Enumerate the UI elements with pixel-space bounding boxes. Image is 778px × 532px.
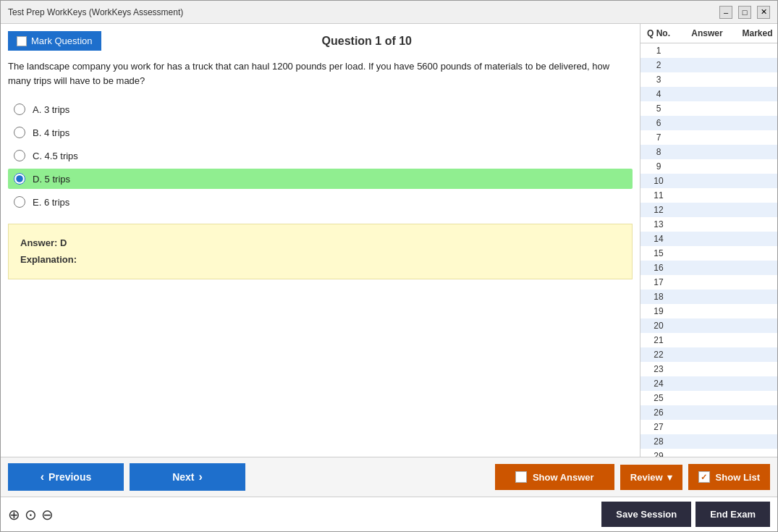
qrow-answer [677, 174, 737, 188]
maximize-button[interactable]: □ [738, 6, 751, 19]
title-bar: Test Prep WorkKeys (WorkKeys Assessment)… [1, 1, 777, 24]
option-b-radio[interactable] [14, 127, 25, 138]
qlist-row[interactable]: 27 [640, 420, 777, 434]
option-c[interactable]: C. 4.5 trips [8, 145, 633, 166]
show-list-button[interactable]: ✓ Show List [688, 464, 770, 490]
option-e-label: E. 6 trips [33, 197, 69, 208]
col-qno-header: Q No. [640, 24, 677, 43]
left-panel: Mark Question Question 1 of 10 The lands… [1, 24, 640, 457]
mark-checkbox-icon [17, 36, 27, 46]
qlist-row[interactable]: 10 [640, 174, 777, 188]
qrow-answer [677, 434, 737, 449]
qrow-number: 13 [640, 217, 677, 232]
option-c-radio[interactable] [14, 150, 25, 161]
qrow-number: 23 [640, 362, 677, 376]
qlist-row[interactable]: 5 [640, 101, 777, 116]
qlist-row[interactable]: 13 [640, 217, 777, 232]
minimize-button[interactable]: – [719, 6, 732, 19]
qlist-row[interactable]: 29 [640, 449, 777, 457]
next-button[interactable]: Next › [130, 463, 245, 491]
option-b[interactable]: B. 4 trips [8, 122, 633, 143]
qlist-row[interactable]: 9 [640, 159, 777, 174]
qrow-number: 15 [640, 246, 677, 261]
qrow-answer [677, 391, 737, 405]
qlist-row[interactable]: 6 [640, 116, 777, 130]
qrow-number: 24 [640, 376, 677, 391]
qrow-number: 10 [640, 174, 677, 188]
qrow-marked [737, 58, 777, 72]
qlist-row[interactable]: 22 [640, 347, 777, 362]
qrow-number: 20 [640, 318, 677, 333]
mark-question-button[interactable]: Mark Question [8, 31, 101, 51]
qrow-marked [737, 434, 777, 449]
window-controls: – □ ✕ [719, 6, 770, 19]
qrow-answer [677, 130, 737, 145]
qrow-marked [737, 43, 777, 58]
next-arrow-icon: › [199, 470, 203, 484]
qlist-row[interactable]: 7 [640, 130, 777, 145]
end-exam-button[interactable]: End Exam [695, 502, 770, 527]
qrow-answer [677, 101, 737, 116]
option-d-radio[interactable] [14, 173, 25, 185]
footer: ⊕ ⊙ ⊖ Save Session End Exam [1, 497, 777, 531]
qrow-answer [677, 203, 737, 217]
qlist-row[interactable]: 25 [640, 391, 777, 405]
qlist-row[interactable]: 1 [640, 43, 777, 58]
qlist-row[interactable]: 26 [640, 405, 777, 420]
qrow-number: 4 [640, 87, 677, 101]
zoom-normal-button[interactable]: ⊙ [25, 506, 37, 523]
qlist-row[interactable]: 3 [640, 72, 777, 87]
qrow-number: 26 [640, 405, 677, 420]
qlist-row[interactable]: 2 [640, 58, 777, 72]
option-a-radio[interactable] [14, 104, 25, 115]
previous-button[interactable]: ‹ Previous [8, 463, 124, 491]
qlist-row[interactable]: 15 [640, 246, 777, 261]
qlist-row[interactable]: 14 [640, 232, 777, 246]
zoom-in-icon: ⊕ [8, 507, 20, 523]
qrow-number: 9 [640, 159, 677, 174]
zoom-in-button[interactable]: ⊕ [8, 506, 20, 523]
qlist-row[interactable]: 17 [640, 275, 777, 290]
next-label: Next [172, 471, 194, 483]
option-e[interactable]: E. 6 trips [8, 192, 633, 212]
qlist-row[interactable]: 12 [640, 203, 777, 217]
qlist-row[interactable]: 19 [640, 304, 777, 318]
qlist-row[interactable]: 21 [640, 333, 777, 347]
footer-right: Save Session End Exam [601, 502, 770, 527]
option-c-label: C. 4.5 trips [33, 151, 78, 161]
qrow-marked [737, 203, 777, 217]
qrow-answer [677, 362, 737, 376]
qlist-row[interactable]: 20 [640, 318, 777, 333]
option-a[interactable]: A. 3 trips [8, 99, 633, 119]
zoom-out-button[interactable]: ⊖ [41, 506, 54, 523]
option-d[interactable]: D. 5 trips [8, 169, 633, 189]
qlist-row[interactable]: 28 [640, 434, 777, 449]
qlist-body: 1 2 3 4 5 6 7 8 [640, 43, 777, 457]
save-session-button[interactable]: Save Session [601, 502, 691, 527]
qrow-marked [737, 347, 777, 362]
qrow-marked [737, 420, 777, 434]
show-answer-button[interactable]: Show Answer [495, 464, 614, 490]
close-button[interactable]: ✕ [757, 6, 770, 19]
qlist-row[interactable]: 16 [640, 261, 777, 275]
qrow-number: 6 [640, 116, 677, 130]
qrow-number: 27 [640, 420, 677, 434]
qlist-row[interactable]: 8 [640, 145, 777, 159]
qrow-marked [737, 101, 777, 116]
qrow-answer [677, 420, 737, 434]
qrow-marked [737, 304, 777, 318]
qrow-answer [677, 449, 737, 457]
qlist-row[interactable]: 18 [640, 290, 777, 304]
qlist-row[interactable]: 4 [640, 87, 777, 101]
qlist-row[interactable]: 23 [640, 362, 777, 376]
review-button[interactable]: Review ▾ [620, 465, 682, 490]
option-e-radio[interactable] [14, 196, 25, 208]
qlist-row[interactable]: 24 [640, 376, 777, 391]
explanation-label: Explanation: [20, 254, 77, 265]
qlist-row[interactable]: 11 [640, 188, 777, 203]
show-list-label: Show List [716, 472, 760, 483]
qrow-marked [737, 72, 777, 87]
qrow-marked [737, 362, 777, 376]
mark-question-label: Mark Question [31, 35, 93, 46]
qrow-answer [677, 145, 737, 159]
